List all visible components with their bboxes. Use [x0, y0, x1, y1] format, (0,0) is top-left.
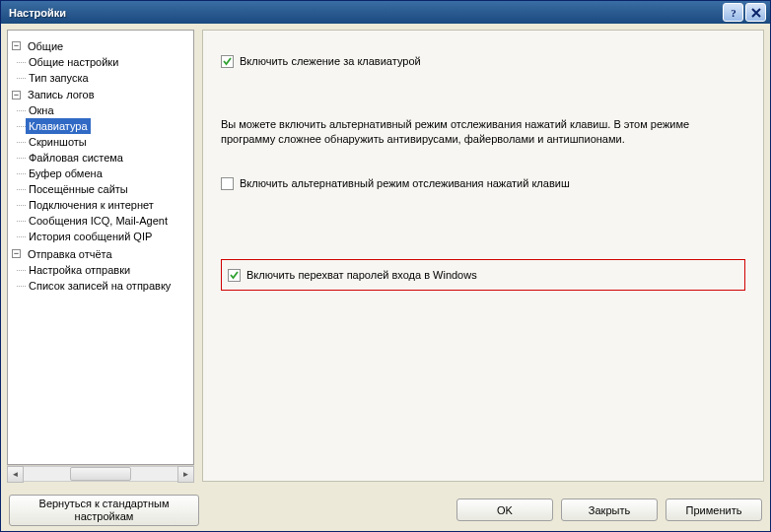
tree-item-icq-mail[interactable]: Сообщения ICQ, Mail-Agent — [26, 213, 171, 229]
enable-win-pwd-row: Включить перехват паролей входа в Window… — [228, 268, 738, 282]
apply-button[interactable]: Применить — [666, 499, 762, 521]
scroll-left-icon[interactable]: ◄ — [7, 466, 24, 483]
ok-label: OK — [497, 504, 513, 516]
close-button[interactable] — [745, 3, 766, 22]
settings-window: Настройки ? − Общие Общие настройки — [0, 0, 771, 532]
enable-win-pwd-checkbox[interactable] — [228, 269, 241, 282]
enable-tracking-checkbox[interactable] — [221, 55, 234, 68]
content-panel: Включить слежение за клавиатурой Вы може… — [202, 30, 764, 482]
settings-tree[interactable]: − Общие Общие настройки Тип запуска − За… — [7, 30, 194, 465]
enable-tracking-row: Включить слежение за клавиатурой — [221, 54, 745, 68]
collapse-icon[interactable]: − — [12, 249, 21, 258]
tree-item-inet-conn[interactable]: Подключения к интернет — [26, 197, 157, 213]
tree-item-visited-sites[interactable]: Посещённые сайты — [26, 181, 131, 197]
enable-tracking-label[interactable]: Включить слежение за клавиатурой — [240, 54, 421, 68]
tree-item-clipboard[interactable]: Буфер обмена — [26, 166, 105, 181]
svg-text:?: ? — [731, 7, 736, 19]
tree-panel: − Общие Общие настройки Тип запуска − За… — [7, 30, 194, 482]
tree-group-report[interactable]: Отправка отчёта — [25, 246, 115, 262]
tree-group-general[interactable]: Общие — [25, 38, 66, 54]
description-text: Вы можете включить альтернативный режим … — [221, 117, 745, 147]
tree-item-windows[interactable]: Окна — [26, 102, 57, 118]
client-area: − Общие Общие настройки Тип запуска − За… — [1, 24, 770, 488]
tree-item-startup-type[interactable]: Тип запуска — [26, 70, 92, 86]
scroll-right-icon[interactable]: ► — [177, 466, 194, 483]
help-button[interactable]: ? — [723, 3, 743, 22]
titlebar[interactable]: Настройки ? — [1, 1, 770, 24]
tree-item-send-list[interactable]: Список записей на отправку — [26, 278, 174, 294]
revert-defaults-button[interactable]: Вернуться к стандартным настройкам — [9, 495, 199, 526]
scroll-thumb[interactable] — [70, 467, 131, 481]
tree-item-keyboard[interactable]: Клавиатура — [26, 118, 91, 134]
collapse-icon[interactable]: − — [12, 91, 21, 100]
enable-alt-mode-checkbox[interactable] — [221, 177, 234, 190]
revert-defaults-label: Вернуться к стандартным настройкам — [10, 498, 198, 523]
enable-alt-mode-label[interactable]: Включить альтернативный режим отслеживан… — [240, 176, 570, 190]
close-label: Закрыть — [589, 504, 630, 516]
close-dialog-button[interactable]: Закрыть — [561, 499, 658, 521]
footer: Вернуться к стандартным настройкам OK За… — [1, 488, 770, 531]
apply-label: Применить — [686, 504, 742, 516]
tree-group-logging[interactable]: Запись логов — [25, 87, 98, 102]
ok-button[interactable]: OK — [456, 499, 553, 521]
enable-win-pwd-label[interactable]: Включить перехват паролей входа в Window… — [246, 268, 477, 282]
tree-item-qip-history[interactable]: История сообщений QIP — [26, 229, 155, 244]
collapse-icon[interactable]: − — [12, 41, 21, 50]
enable-alt-mode-row: Включить альтернативный режим отслеживан… — [221, 176, 745, 190]
tree-item-filesystem[interactable]: Файловая система — [26, 150, 126, 166]
tree-item-send-settings[interactable]: Настройка отправки — [26, 262, 133, 278]
tree-horizontal-scrollbar[interactable]: ◄ ► — [7, 465, 194, 482]
tree-item-general-settings[interactable]: Общие настройки — [26, 54, 121, 70]
window-title: Настройки — [9, 7, 721, 19]
tree-item-screenshots[interactable]: Скриншоты — [26, 134, 90, 150]
highlighted-option: Включить перехват паролей входа в Window… — [221, 259, 745, 291]
scroll-track[interactable] — [24, 466, 177, 482]
